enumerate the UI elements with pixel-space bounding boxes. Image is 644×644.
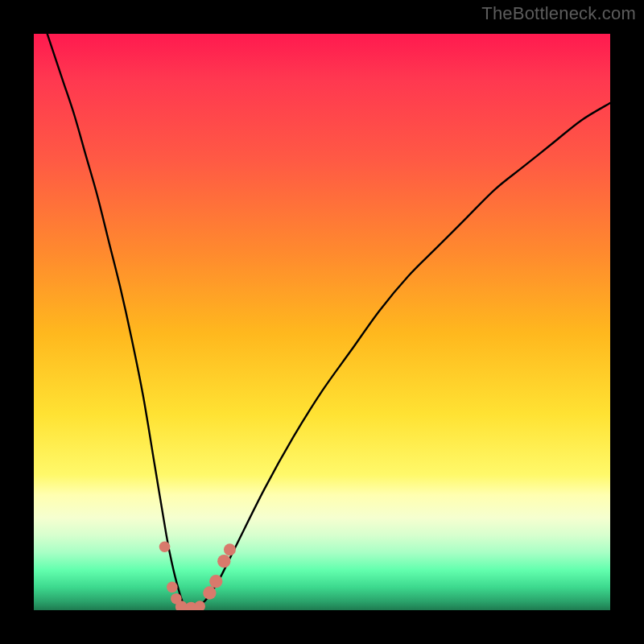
data-marker [209,575,222,588]
watermark-text: TheBottleneck.com [481,3,636,24]
data-marker [217,555,230,568]
chart-frame: TheBottleneck.com [0,0,644,644]
chart-svg [34,34,610,610]
plot-area [34,34,610,610]
data-marker [203,586,216,599]
data-marker [159,541,171,552]
data-marker [224,543,236,555]
bottleneck-curve [39,34,610,608]
data-marker [167,582,178,593]
